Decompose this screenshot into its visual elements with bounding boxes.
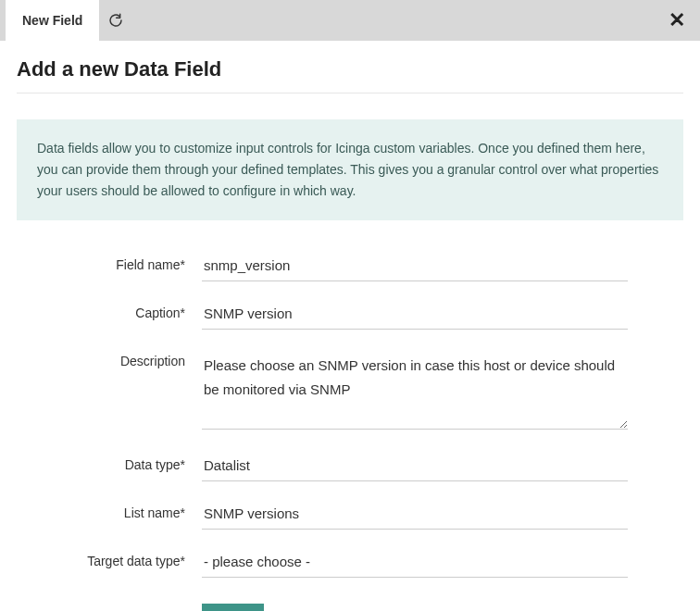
tab-actions: [99, 0, 132, 41]
tab-bar: New Field ✕: [0, 0, 700, 41]
page-title: Add a new Data Field: [17, 57, 683, 81]
row-caption: Caption*: [17, 300, 683, 330]
tab-label: New Field: [22, 13, 82, 28]
label-data-type: Data type*: [17, 452, 202, 472]
label-field-name: Field name*: [17, 252, 202, 272]
row-list-name: List name* SNMP versions: [17, 500, 683, 530]
tab-new-field[interactable]: New Field: [6, 0, 99, 41]
row-target-data-type: Target data type* - please choose -: [17, 548, 683, 578]
row-data-type: Data type* Datalist: [17, 452, 683, 481]
data-field-form: Field name* Caption* Description Please …: [17, 252, 683, 611]
add-button[interactable]: Add: [202, 604, 264, 611]
refresh-icon[interactable]: [108, 13, 123, 28]
description-input[interactable]: Please choose an SNMP version in case th…: [202, 348, 628, 430]
close-icon[interactable]: ✕: [669, 10, 685, 31]
target-data-type-select[interactable]: - please choose -: [202, 548, 628, 578]
label-target-data-type: Target data type*: [17, 548, 202, 568]
info-box: Data fields allow you to customize input…: [17, 119, 683, 220]
list-name-select[interactable]: SNMP versions: [202, 500, 628, 530]
label-description: Description: [17, 348, 202, 368]
caption-input[interactable]: [202, 300, 628, 330]
field-name-input[interactable]: [202, 252, 628, 281]
title-rule: [17, 93, 683, 94]
page-content: Add a new Data Field Data fields allow y…: [0, 41, 700, 611]
label-list-name: List name*: [17, 500, 202, 520]
data-type-select[interactable]: Datalist: [202, 452, 628, 481]
row-field-name: Field name*: [17, 252, 683, 281]
row-description: Description Please choose an SNMP versio…: [17, 348, 683, 433]
label-caption: Caption*: [17, 300, 202, 320]
